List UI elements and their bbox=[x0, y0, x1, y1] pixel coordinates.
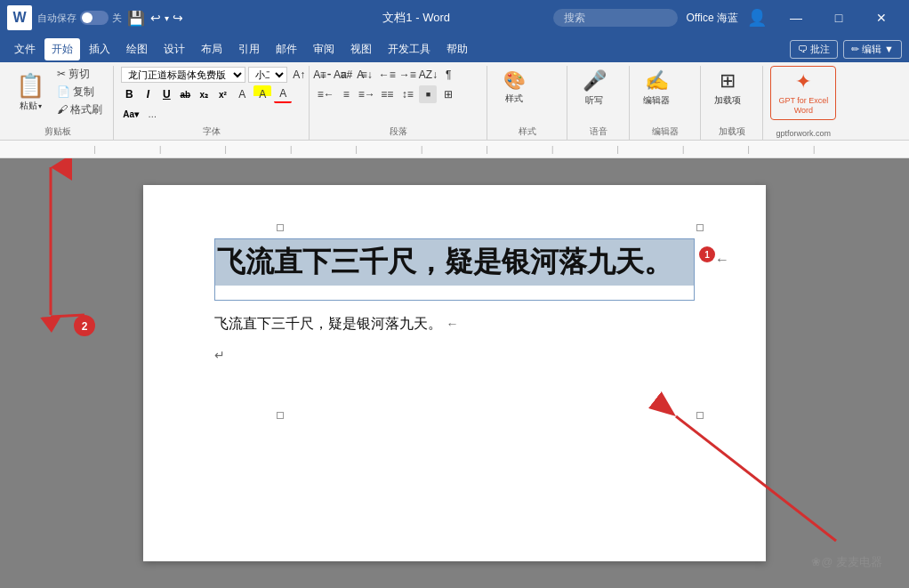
normal-return-mark: ← bbox=[446, 317, 458, 331]
menu-home[interactable]: 开始 bbox=[44, 38, 80, 60]
decrease-indent-button[interactable]: ←≡ bbox=[378, 66, 396, 84]
autosave-toggle[interactable] bbox=[80, 11, 109, 25]
menu-view[interactable]: 视图 bbox=[343, 38, 379, 60]
clipboard-label: 剪贴板 bbox=[9, 124, 106, 140]
autosave-state: 关 bbox=[112, 12, 122, 25]
selection-handle-bl bbox=[277, 412, 284, 419]
user-name: Office 海蓝 bbox=[687, 11, 738, 26]
revision-badge: 1 bbox=[699, 246, 715, 262]
menu-help[interactable]: 帮助 bbox=[439, 38, 475, 60]
bold-button[interactable]: B bbox=[121, 88, 137, 101]
editor-icon: ✍️ bbox=[645, 69, 669, 93]
menu-design[interactable]: 设计 bbox=[157, 38, 192, 60]
font-name-select[interactable]: 龙门正道标题体免费版 bbox=[121, 67, 245, 83]
cut-button[interactable]: ✂ 剪切 bbox=[53, 66, 106, 83]
align-center-button[interactable]: ≡ bbox=[337, 85, 355, 103]
microphone-icon: 🎤 bbox=[583, 69, 607, 93]
justify-button[interactable]: ≡≡ bbox=[378, 85, 396, 103]
menu-file[interactable]: 文件 bbox=[7, 38, 43, 60]
heading-selection[interactable]: 飞流直下三千尺，疑是银河落九天。 1 ← bbox=[214, 238, 695, 301]
borders-button[interactable]: ⊞ bbox=[439, 85, 457, 103]
paste-icon: 📋 bbox=[16, 72, 44, 100]
dictate-button[interactable]: 🎤 听写 bbox=[575, 66, 614, 110]
menu-devtools[interactable]: 开发工具 bbox=[381, 38, 438, 60]
style-group: 🎨 样式 样式 bbox=[487, 66, 567, 140]
gpt-button[interactable]: ✦ GPT for Excel Word bbox=[770, 66, 836, 120]
strikethrough-button[interactable]: ab bbox=[177, 90, 193, 100]
sort-button[interactable]: AZ↓ bbox=[419, 66, 437, 84]
menu-review[interactable]: 审阅 bbox=[306, 38, 342, 60]
ruler: |||||||||||| bbox=[0, 141, 909, 158]
editor-group: ✍️ 编辑器 编辑器 bbox=[630, 66, 701, 140]
normal-text: 飞流直下三千尺，疑是银河落九天。 ← bbox=[214, 315, 695, 334]
editor-label: 编辑器 bbox=[637, 124, 693, 140]
style-button[interactable]: 🎨 样式 bbox=[495, 66, 534, 109]
document-title: 文档1 - Word bbox=[280, 10, 553, 26]
format-painter-button[interactable]: 🖌 格式刷 bbox=[53, 101, 106, 118]
addon-button[interactable]: ⊞ 加载项 bbox=[708, 66, 747, 110]
multilevel-button[interactable]: ≡↓ bbox=[358, 66, 375, 84]
increase-indent-button[interactable]: →≡ bbox=[398, 66, 416, 84]
gpt-icon: ✦ bbox=[795, 70, 811, 93]
addon-group: ⊞ 加载项 加载项 bbox=[701, 66, 763, 140]
align-right-button[interactable]: ≡→ bbox=[358, 85, 375, 103]
document-area: 飞流直下三千尺，疑是银河落九天。 1 ← 飞流直下三千尺，疑是银河落九天。 ← … bbox=[0, 158, 909, 588]
voice-label: 语音 bbox=[575, 124, 622, 140]
undo-icon[interactable]: ↩ bbox=[150, 11, 161, 25]
undo-dropdown-icon[interactable]: ▾ bbox=[165, 13, 169, 23]
highlight-button[interactable]: A bbox=[253, 85, 271, 103]
word-logo-icon: W bbox=[7, 5, 32, 30]
subscript-button[interactable]: x₂ bbox=[196, 90, 212, 100]
autosave-area[interactable]: 自动保存 关 bbox=[37, 11, 122, 25]
menu-insert[interactable]: 插入 bbox=[82, 38, 117, 60]
edit-icon: ✏ bbox=[851, 44, 859, 55]
title-bar-left: W 自动保存 关 💾 ↩ ▾ ↪ bbox=[7, 5, 280, 30]
font-color-button[interactable]: A bbox=[274, 85, 292, 103]
menu-mail[interactable]: 邮件 bbox=[269, 38, 304, 60]
clipboard-inner: 📋 粘贴▾ ✂ 剪切 📄 复制 🖌 格式刷 bbox=[9, 66, 106, 118]
menu-bar-right: 🗨 批注 ✏ 编辑 ▼ bbox=[790, 40, 902, 59]
paste-button[interactable]: 📋 粘贴▾ bbox=[9, 66, 52, 118]
increase-font-button[interactable]: A↑ bbox=[290, 66, 308, 84]
font-label: 字体 bbox=[121, 124, 302, 140]
italic-button[interactable]: I bbox=[140, 88, 156, 101]
selection-handle-br bbox=[696, 412, 704, 419]
text-effects-button[interactable]: A bbox=[233, 85, 251, 103]
svg-point-0 bbox=[74, 315, 95, 336]
menu-references[interactable]: 引用 bbox=[231, 38, 267, 60]
menu-draw[interactable]: 绘图 bbox=[119, 38, 155, 60]
minimize-button[interactable]: — bbox=[776, 0, 816, 36]
maximize-button[interactable]: □ bbox=[818, 0, 859, 36]
redo-icon[interactable]: ↪ bbox=[173, 11, 183, 25]
more-font-button[interactable]: … bbox=[143, 105, 161, 123]
close-button[interactable]: ✕ bbox=[861, 0, 902, 36]
editor-button[interactable]: ✍️ 编辑器 bbox=[637, 66, 676, 110]
numbering-button[interactable]: ≡# bbox=[337, 66, 355, 84]
menu-bar: 文件 开始 插入 绘图 设计 布局 引用 邮件 审阅 视图 开发工具 帮助 🗨 … bbox=[0, 36, 909, 62]
save-icon[interactable]: 💾 bbox=[127, 10, 145, 27]
toggle-knob bbox=[82, 12, 93, 23]
font-size-select[interactable]: 小二 bbox=[248, 67, 287, 83]
addon-label: 加载项 bbox=[708, 124, 755, 140]
line-spacing-button[interactable]: ↕≡ bbox=[398, 85, 416, 103]
svg-line-3 bbox=[51, 315, 84, 317]
heading-text: 飞流直下三千尺，疑是银河落九天。 bbox=[215, 239, 694, 286]
ribbon: 📋 粘贴▾ ✂ 剪切 📄 复制 🖌 格式刷 剪贴板 龙门正道标题体免费版 小二 … bbox=[0, 62, 909, 141]
shading-button[interactable]: ■ bbox=[419, 85, 437, 103]
underline-button[interactable]: U bbox=[158, 88, 174, 101]
search-input[interactable] bbox=[553, 9, 678, 27]
show-marks-button[interactable]: ¶ bbox=[439, 66, 457, 84]
edit-button[interactable]: ✏ 编辑 ▼ bbox=[843, 40, 902, 59]
gpt-group: ✦ GPT for Excel Word gptforwork.com bbox=[763, 66, 843, 140]
comment-icon: 🗨 bbox=[798, 44, 808, 54]
bullets-button[interactable]: ≡⁃ bbox=[317, 66, 334, 84]
comment-button[interactable]: 🗨 批注 bbox=[790, 40, 838, 59]
watermark: ❀@ 麦麦电器 bbox=[811, 554, 882, 570]
copy-button[interactable]: 📄 复制 bbox=[53, 84, 106, 101]
menu-layout[interactable]: 布局 bbox=[194, 38, 229, 60]
align-left-button[interactable]: ≡← bbox=[317, 85, 334, 103]
ruler-marks: |||||||||||| bbox=[71, 145, 838, 154]
superscript-button[interactable]: x² bbox=[214, 90, 230, 100]
cut-copy-area: ✂ 剪切 📄 复制 🖌 格式刷 bbox=[53, 66, 106, 118]
font-size-aa[interactable]: Aa▾ bbox=[121, 109, 141, 119]
